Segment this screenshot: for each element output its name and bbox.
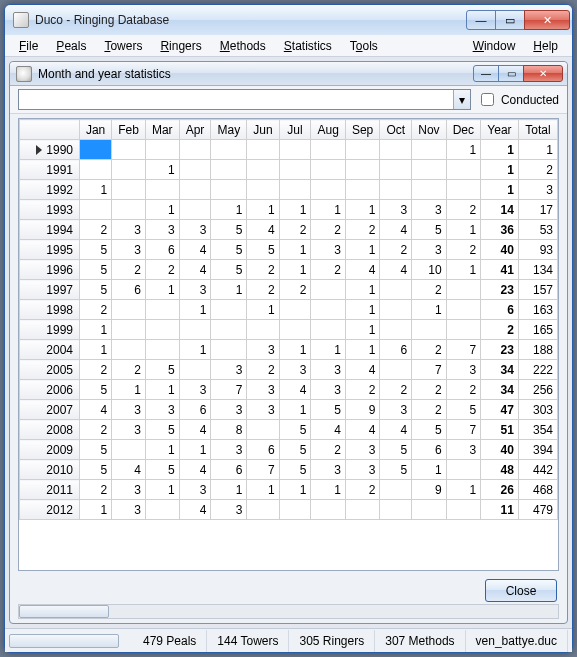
cell[interactable]: 1 — [311, 340, 345, 360]
cell[interactable]: 2 — [80, 300, 112, 320]
cell[interactable]: 2 — [279, 220, 311, 240]
cell[interactable]: 1 — [311, 200, 345, 220]
conducted-checkbox[interactable]: Conducted — [477, 90, 559, 109]
cell[interactable] — [311, 300, 345, 320]
cell[interactable]: 157 — [518, 280, 557, 300]
cell[interactable]: 4 — [311, 420, 345, 440]
cell[interactable] — [179, 200, 211, 220]
cell[interactable]: 23 — [481, 280, 519, 300]
cell[interactable] — [80, 160, 112, 180]
cell[interactable]: 5 — [279, 420, 311, 440]
table-row[interactable]: 20112313111129126468 — [20, 480, 558, 500]
filter-combo[interactable]: ▾ — [18, 89, 471, 110]
cell[interactable]: 2 — [112, 360, 146, 380]
cell[interactable]: 354 — [518, 420, 557, 440]
cell[interactable]: 468 — [518, 480, 557, 500]
cell[interactable]: 6 — [179, 400, 211, 420]
cell[interactable]: 2 — [80, 420, 112, 440]
scrollbar-thumb[interactable] — [19, 605, 109, 618]
cell[interactable] — [446, 320, 480, 340]
cell[interactable]: 3 — [279, 360, 311, 380]
cell[interactable]: 2 — [446, 240, 480, 260]
cell[interactable]: 3 — [112, 240, 146, 260]
cell[interactable]: 4 — [345, 420, 379, 440]
cell[interactable]: 93 — [518, 240, 557, 260]
cell[interactable]: 2 — [345, 480, 379, 500]
cell[interactable] — [145, 320, 179, 340]
cell[interactable]: 1 — [211, 480, 247, 500]
cell[interactable]: 3 — [311, 360, 345, 380]
minimize-button[interactable]: — — [466, 10, 496, 30]
col-header[interactable]: Total — [518, 120, 557, 140]
cell[interactable]: 3 — [112, 500, 146, 520]
cell[interactable]: 2 — [412, 400, 446, 420]
cell[interactable]: 5 — [211, 260, 247, 280]
cell[interactable]: 2 — [80, 360, 112, 380]
cell[interactable]: 2 — [311, 220, 345, 240]
cell[interactable]: 1 — [211, 200, 247, 220]
conducted-check-input[interactable] — [481, 93, 494, 106]
cell[interactable]: 23 — [481, 340, 519, 360]
row-header[interactable]: 2009 — [20, 440, 80, 460]
cell[interactable]: 2 — [279, 280, 311, 300]
cell[interactable] — [112, 160, 146, 180]
row-header[interactable]: 1992 — [20, 180, 80, 200]
cell[interactable]: 4 — [179, 460, 211, 480]
menu-tools[interactable]: Tools — [342, 37, 386, 55]
cell[interactable]: 2 — [247, 260, 279, 280]
cell[interactable]: 1 — [80, 340, 112, 360]
cell[interactable]: 3 — [247, 340, 279, 360]
cell[interactable]: 1 — [345, 340, 379, 360]
cell[interactable]: 7 — [412, 360, 446, 380]
cell[interactable]: 5 — [279, 440, 311, 460]
cell[interactable] — [380, 160, 412, 180]
menu-statistics[interactable]: Statistics — [276, 37, 340, 55]
cell[interactable]: 5 — [311, 400, 345, 420]
cell[interactable]: 165 — [518, 320, 557, 340]
row-header[interactable]: 2008 — [20, 420, 80, 440]
cell[interactable]: 2 — [311, 260, 345, 280]
cell[interactable]: 1 — [481, 160, 519, 180]
cell[interactable]: 3 — [345, 460, 379, 480]
cell[interactable]: 5 — [211, 220, 247, 240]
cell[interactable]: 2 — [145, 260, 179, 280]
col-header[interactable]: May — [211, 120, 247, 140]
cell[interactable] — [211, 320, 247, 340]
cell[interactable]: 3 — [145, 220, 179, 240]
cell[interactable]: 3 — [112, 220, 146, 240]
cell[interactable] — [279, 160, 311, 180]
table-row[interactable]: 20095113652356340394 — [20, 440, 558, 460]
col-header[interactable]: Nov — [412, 120, 446, 140]
cell[interactable]: 3 — [446, 440, 480, 460]
cell[interactable] — [247, 180, 279, 200]
cell[interactable]: 479 — [518, 500, 557, 520]
table-row[interactable]: 1996522452124410141134 — [20, 260, 558, 280]
cell[interactable]: 163 — [518, 300, 557, 320]
cell[interactable]: 1 — [145, 440, 179, 460]
cell[interactable]: 4 — [112, 460, 146, 480]
grid[interactable]: JanFebMarAprMayJunJulAugSepOctNovDecYear… — [18, 118, 559, 571]
cell[interactable] — [446, 160, 480, 180]
cell[interactable] — [145, 180, 179, 200]
table-row[interactable]: 19955364551312324093 — [20, 240, 558, 260]
row-header[interactable]: 1996 — [20, 260, 80, 280]
cell[interactable]: 3 — [380, 200, 412, 220]
close-button[interactable]: ✕ — [524, 10, 570, 30]
col-header[interactable]: Oct — [380, 120, 412, 140]
cell[interactable]: 442 — [518, 460, 557, 480]
cell[interactable]: 4 — [279, 380, 311, 400]
cell[interactable] — [279, 320, 311, 340]
col-header[interactable]: Sep — [345, 120, 379, 140]
cell[interactable]: 40 — [481, 440, 519, 460]
cell[interactable] — [211, 180, 247, 200]
menu-ringers[interactable]: Ringers — [152, 37, 209, 55]
cell[interactable]: 3 — [112, 480, 146, 500]
table-row[interactable]: 1999112165 — [20, 320, 558, 340]
cell[interactable] — [279, 500, 311, 520]
cell[interactable]: 5 — [211, 240, 247, 260]
cell[interactable]: 5 — [412, 420, 446, 440]
cell[interactable]: 7 — [446, 340, 480, 360]
cell[interactable] — [279, 300, 311, 320]
cell[interactable]: 1 — [247, 200, 279, 220]
cell[interactable] — [112, 300, 146, 320]
